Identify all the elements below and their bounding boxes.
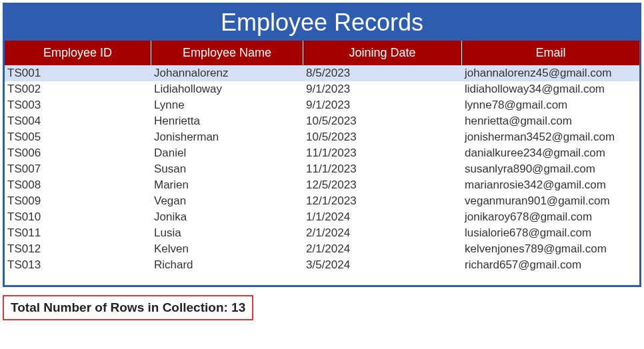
table-header-row: Employee ID Employee Name Joining Date E… (5, 41, 639, 65)
table-body: TS001Johannalorenz8/5/2023johannalorenz4… (5, 65, 639, 273)
cell-employee-id: TS007 (5, 161, 151, 177)
cell-joining-date: 3/5/2024 (303, 257, 462, 273)
cell-joining-date: 10/5/2023 (303, 113, 462, 129)
cell-email: susanlyra890@gmail.com (462, 161, 639, 177)
table-row[interactable]: TS013Richard3/5/2024richard657@gmail.com (5, 257, 639, 273)
column-header-name: Employee Name (151, 41, 303, 65)
cell-joining-date: 11/1/2023 (303, 161, 462, 177)
cell-joining-date: 12/1/2023 (303, 193, 462, 209)
cell-employee-id: TS012 (5, 241, 151, 257)
cell-employee-name: Henrietta (151, 113, 303, 129)
column-header-id: Employee ID (5, 41, 151, 65)
total-rows-count: 13 (231, 300, 245, 314)
table-row[interactable]: TS012Kelven2/1/2024kelvenjones789@gmail.… (5, 241, 639, 257)
table-row[interactable]: TS006Daniel11/1/2023danialkuree234@gmail… (5, 145, 639, 161)
employee-records-container: Employee Records Employee ID Employee Na… (3, 3, 641, 287)
cell-email: jonisherman3452@gmail.com (462, 129, 639, 145)
cell-email: richard657@gmail.com (462, 257, 639, 273)
cell-employee-name: Marien (151, 177, 303, 193)
table-row[interactable]: TS007Susan11/1/2023susanlyra890@gmail.co… (5, 161, 639, 177)
column-header-date: Joining Date (303, 41, 462, 65)
table-spacer (5, 273, 639, 285)
cell-joining-date: 9/1/2023 (303, 97, 462, 113)
cell-joining-date: 10/5/2023 (303, 129, 462, 145)
cell-employee-name: Lusia (151, 225, 303, 241)
cell-employee-name: Daniel (151, 145, 303, 161)
cell-email: lusialorie678@gmail.com (462, 225, 639, 241)
cell-email: veganmuran901@gamil.com (462, 193, 639, 209)
cell-email: kelvenjones789@gmail.com (462, 241, 639, 257)
cell-employee-id: TS011 (5, 225, 151, 241)
cell-employee-id: TS013 (5, 257, 151, 273)
page-title: Employee Records (5, 5, 639, 41)
table-row[interactable]: TS008Marien12/5/2023marianrosie342@gamil… (5, 177, 639, 193)
cell-email: jonikaroy678@gmail.com (462, 209, 639, 225)
total-rows-label: Total Number of Rows in Collection: (11, 300, 231, 314)
table-row[interactable]: TS002Lidiaholloway9/1/2023lidiaholloway3… (5, 81, 639, 97)
cell-employee-name: Jonika (151, 209, 303, 225)
cell-email: danialkuree234@gmail.com (462, 145, 639, 161)
cell-email: marianrosie342@gamil.com (462, 177, 639, 193)
cell-employee-name: Johannalorenz (151, 65, 303, 81)
cell-employee-id: TS004 (5, 113, 151, 129)
cell-joining-date: 8/5/2023 (303, 65, 462, 81)
cell-email: johannalorenz45@gmail.com (462, 65, 639, 81)
cell-email: lynne78@gmail.com (462, 97, 639, 113)
cell-employee-name: Lidiaholloway (151, 81, 303, 97)
cell-employee-id: TS010 (5, 209, 151, 225)
cell-employee-name: Lynne (151, 97, 303, 113)
cell-employee-id: TS009 (5, 193, 151, 209)
table-row[interactable]: TS004Henrietta10/5/2023henrietta@gmail.c… (5, 113, 639, 129)
table-row[interactable]: TS005Jonisherman10/5/2023jonisherman3452… (5, 129, 639, 145)
cell-employee-name: Susan (151, 161, 303, 177)
cell-joining-date: 9/1/2023 (303, 81, 462, 97)
cell-employee-id: TS008 (5, 177, 151, 193)
table-row[interactable]: TS009Vegan12/1/2023veganmuran901@gamil.c… (5, 193, 639, 209)
cell-joining-date: 2/1/2024 (303, 225, 462, 241)
table-row[interactable]: TS003Lynne9/1/2023lynne78@gmail.com (5, 97, 639, 113)
cell-joining-date: 11/1/2023 (303, 145, 462, 161)
table-row[interactable]: TS011Lusia2/1/2024lusialorie678@gmail.co… (5, 225, 639, 241)
cell-email: henrietta@gmail.com (462, 113, 639, 129)
cell-employee-name: Jonisherman (151, 129, 303, 145)
table-row[interactable]: TS010Jonika1/1/2024jonikaroy678@gmail.co… (5, 209, 639, 225)
cell-joining-date: 12/5/2023 (303, 177, 462, 193)
table-row[interactable]: TS001Johannalorenz8/5/2023johannalorenz4… (5, 65, 639, 81)
total-rows-box: Total Number of Rows in Collection: 13 (3, 295, 253, 320)
cell-employee-id: TS001 (5, 65, 151, 81)
cell-employee-id: TS003 (5, 97, 151, 113)
cell-employee-id: TS005 (5, 129, 151, 145)
cell-employee-name: Vegan (151, 193, 303, 209)
cell-joining-date: 2/1/2024 (303, 241, 462, 257)
cell-email: lidiaholloway34@gmail.com (462, 81, 639, 97)
cell-employee-name: Kelven (151, 241, 303, 257)
cell-employee-id: TS006 (5, 145, 151, 161)
cell-joining-date: 1/1/2024 (303, 209, 462, 225)
cell-employee-name: Richard (151, 257, 303, 273)
cell-employee-id: TS002 (5, 81, 151, 97)
column-header-email: Email (462, 41, 639, 65)
